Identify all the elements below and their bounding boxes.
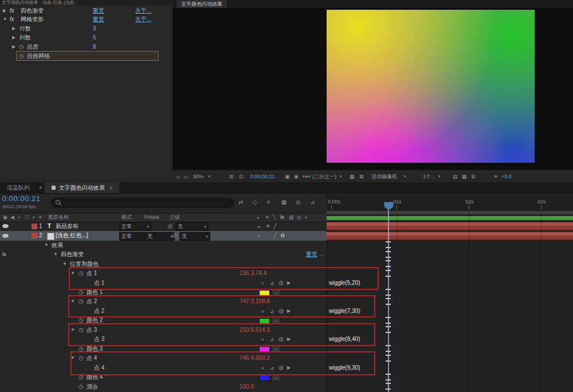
zoom-level[interactable]: 50% — [193, 170, 203, 183]
search-input[interactable] — [52, 198, 234, 207]
effect-controls-panel-title[interactable]: 文字颜色闪动效果 · 浅色-红色-[浅色- — [0, 0, 174, 6]
exposure-value[interactable]: +0.0 — [501, 170, 512, 183]
fx-switch-icon[interactable]: fx — [280, 213, 284, 221]
property-label[interactable]: 颜色 1 — [87, 288, 103, 297]
layer-name[interactable]: 新品发布 — [56, 222, 79, 231]
expression-graph-icon[interactable]: ⊿ — [270, 363, 274, 373]
twirl-open-icon[interactable]: ▼ — [70, 326, 75, 335]
composition-tab[interactable]: 文字颜色闪动效果 — [176, 0, 227, 8]
property-value[interactable]: 5 — [93, 33, 96, 42]
about-link[interactable]: 关于... — [135, 15, 151, 23]
property-value[interactable]: 8 — [93, 42, 96, 51]
stopwatch-icon[interactable]: ◷ — [19, 42, 24, 51]
stopwatch-icon[interactable]: ◷ — [79, 382, 84, 391]
parent-pickwhip-icon[interactable]: @ — [167, 222, 172, 231]
expression-text[interactable]: wiggle(8,40) — [329, 335, 360, 344]
collapse-toggle-icon[interactable]: ☀ — [265, 222, 270, 231]
color-property-row[interactable]: ◷ 颜色 2 ↔ — [0, 316, 327, 326]
solo-column-icon[interactable]: ○ — [18, 213, 21, 221]
label-column-icon[interactable]: ▪ — [33, 213, 34, 221]
draft-3d-icon[interactable]: ◇ — [253, 199, 257, 205]
expression-graph-icon[interactable]: ⊿ — [270, 335, 274, 344]
twirl-open-icon[interactable]: ▼ — [44, 241, 49, 250]
point-property-row[interactable]: ▼ ◷ 点 3 210.6,514.3 — [0, 326, 327, 335]
effect-row-four-color-gradient[interactable]: ▶ fx 四色渐变 重置 关于... — [0, 6, 172, 15]
label-color-chip[interactable] — [32, 233, 37, 238]
twirl-closed-icon[interactable]: ▶ — [12, 24, 15, 33]
name-column-header[interactable]: 图层名称 — [48, 213, 69, 221]
tab-composition[interactable]: 文字颜色闪动效果 ≡ — [45, 182, 119, 193]
color-property-row[interactable]: ◷ 颜色 4 ↔ — [0, 373, 327, 382]
stopwatch-icon[interactable]: ◷ — [79, 326, 84, 335]
point-property-row[interactable]: ▼ ◷ 点 2 747.3,108.9 — [0, 297, 327, 307]
work-area-bar[interactable] — [327, 210, 573, 214]
parent-dropdown[interactable]: 无 ▾ — [175, 222, 209, 231]
transparency-grid-icon[interactable]: ⊠ — [359, 170, 364, 183]
effect-name[interactable]: 网格变形 — [21, 15, 44, 23]
property-label[interactable]: 混合 — [87, 382, 98, 391]
index-column-header[interactable]: # — [39, 213, 42, 221]
expression-enable-icon[interactable]: = — [261, 307, 264, 316]
color-swatch[interactable] — [259, 290, 270, 296]
monitor-icon[interactable]: ▭ — [175, 170, 180, 183]
property-value[interactable]: 746.4,550.2 — [240, 354, 270, 363]
camera-view-select[interactable]: 活动摄像机 — [371, 170, 397, 183]
expression-row[interactable]: 点 1 = ⊿ @ ▶ — [0, 279, 327, 288]
expression-row[interactable]: 点 2 = ⊿ @ ▶ — [0, 307, 327, 316]
pixel-aspect-icon[interactable]: ▤ — [453, 170, 458, 183]
fx-badge-icon[interactable]: fx — [2, 250, 6, 259]
trkmat-dropdown[interactable]: 无 ▾ — [145, 232, 175, 241]
property-row-distort-mesh[interactable]: ◷ 扭曲网格 — [16, 51, 159, 61]
stopwatch-icon[interactable]: ◷ — [79, 354, 84, 363]
layer-row-1[interactable]: 1 T 新品发布 正常 ▾ @ 无 ▾ ◒ ☀ ╱ — [0, 222, 327, 232]
expression-pickwhip-icon[interactable]: @ — [278, 307, 284, 316]
quality-toggle-icon[interactable]: ╱ — [273, 222, 277, 231]
mini-flowchart-icon[interactable]: ⇄ — [238, 199, 243, 205]
property-value[interactable]: 136.3,74.4 — [240, 269, 266, 278]
parent-column-header[interactable]: 父级 — [170, 213, 180, 221]
fx-toggle-icon[interactable]: fx — [281, 231, 285, 240]
view-layout-select[interactable]: 1个... — [423, 170, 435, 183]
expression-pickwhip-icon[interactable]: @ — [278, 363, 284, 373]
effect-name[interactable]: 四色渐变 — [21, 6, 44, 15]
reset-link[interactable]: 重置 — [93, 15, 104, 23]
stopwatch-icon[interactable]: ◷ — [79, 316, 84, 325]
expression-pickwhip-icon[interactable]: @ — [278, 279, 284, 288]
frame-blend-switch-icon[interactable]: ▤ — [289, 213, 294, 221]
more-options[interactable]: ... — [320, 250, 324, 259]
quality-toggle-icon[interactable]: ╱ — [273, 231, 277, 240]
expression-text[interactable]: wiggle(5,20) — [329, 279, 360, 288]
expression-row[interactable]: 点 4 = ⊿ @ ▶ — [0, 363, 327, 373]
property-row-quality[interactable]: ▶ ◷ 品质 8 — [0, 42, 172, 52]
property-label[interactable]: 点 4 — [87, 354, 97, 363]
stopwatch-icon[interactable]: ◷ — [79, 288, 84, 297]
effect-row[interactable]: fx ▼ 四色渐变 重置 ... — [0, 250, 327, 260]
mode-dropdown[interactable]: 正常 ▾ — [119, 222, 151, 231]
stopwatch-icon[interactable]: ◷ — [79, 297, 84, 306]
reset-link[interactable]: 重置 — [93, 6, 104, 15]
color-swatch[interactable] — [259, 318, 270, 324]
property-value[interactable]: 100.0 — [240, 382, 254, 391]
positions-colors-group-row[interactable]: ▼ 位置和颜色 — [0, 260, 327, 269]
expression-pickwhip-icon[interactable]: @ — [278, 335, 284, 344]
twirl-open-icon[interactable]: ▼ — [70, 354, 75, 363]
color-property-row[interactable]: ◷ 颜色 3 ↔ — [0, 344, 327, 354]
monitor-icon[interactable]: ▭ — [183, 170, 189, 183]
collapse-switch-icon[interactable]: ☀ — [265, 213, 269, 221]
composition-preview[interactable] — [327, 10, 535, 163]
twirl-open-icon[interactable]: ▼ — [62, 260, 67, 269]
expression-menu-icon[interactable]: ▶ — [287, 363, 291, 373]
expression-menu-icon[interactable]: ▶ — [287, 279, 291, 288]
panel-menu-icon[interactable]: ≡ — [109, 185, 112, 191]
property-value[interactable]: 747.3,108.9 — [240, 297, 270, 306]
property-row-rows[interactable]: ▶ 行数 3 — [0, 24, 172, 33]
shy-switch-icon[interactable]: ◒ — [257, 213, 260, 221]
eyedropper-icon[interactable]: ↔ — [271, 374, 281, 382]
mode-column-header[interactable]: 模式 — [121, 213, 132, 221]
quality-switch-icon[interactable]: ╲ — [273, 213, 276, 221]
eyedropper-icon[interactable]: ↔ — [271, 317, 281, 325]
eye-icon[interactable] — [2, 224, 9, 228]
blend-property-row[interactable]: ◷ 混合 100.0 — [0, 382, 327, 392]
region-of-interest-icon[interactable]: ▦ — [350, 170, 355, 183]
color-property-row[interactable]: ◷ 颜色 1 ↔ — [0, 288, 327, 297]
